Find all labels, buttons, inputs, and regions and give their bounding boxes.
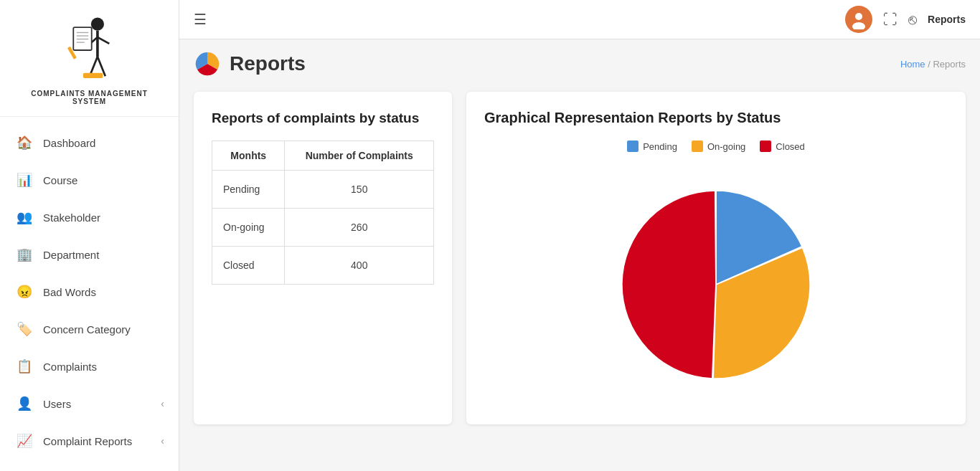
complaint-reports-icon: 📈	[14, 431, 34, 451]
table-cell-count: 150	[285, 170, 434, 208]
svg-point-0	[90, 18, 103, 31]
sidebar-item-label: Complaints	[43, 361, 97, 373]
sidebar-logo-text: COMPLAINTS MANAGEMENTSYSTEM	[31, 90, 148, 105]
table-cell-status: On-going	[212, 208, 285, 246]
content-area: Reports Home / Reports Reports of compla…	[179, 39, 980, 471]
complaints-icon: 📋	[14, 356, 34, 376]
sidebar: COMPLAINTS MANAGEMENTSYSTEM 🏠 Dashboard …	[0, 0, 179, 471]
cards-row: Reports of complaints by status Monhts N…	[194, 92, 966, 424]
legend-dot-closed	[760, 141, 771, 152]
sidebar-item-dashboard[interactable]: 🏠 Dashboard	[0, 124, 179, 161]
table-cell-count: 260	[285, 208, 434, 246]
table-card-title: Reports of complaints by status	[212, 110, 434, 128]
sidebar-item-label: Stakeholder	[43, 211, 100, 224]
page-header: Reports Home / Reports	[194, 50, 966, 77]
concern-category-icon: 🏷️	[14, 319, 34, 339]
breadcrumb: Home / Reports	[900, 59, 966, 70]
sidebar-item-stakeholder[interactable]: 👥 Stakeholder	[0, 199, 179, 236]
sidebar-nav: 🏠 Dashboard 📊 Course 👥 Stakeholder 🏢 Dep…	[0, 117, 179, 467]
table-cell-status: Pending	[212, 170, 285, 208]
pie-slice-2	[622, 191, 716, 379]
sidebar-item-label: Concern Category	[43, 323, 131, 336]
chart-container	[484, 163, 948, 406]
sidebar-item-complaints[interactable]: 📋 Complaints	[0, 348, 179, 385]
breadcrumb-separator: /	[928, 59, 930, 70]
pie-chart	[608, 177, 824, 392]
legend-ongoing: On-going	[692, 141, 745, 152]
svg-point-14	[852, 22, 865, 29]
logout-button[interactable]: ⎋	[908, 11, 917, 28]
hamburger-button[interactable]: ☰	[194, 11, 207, 28]
table-row: Closed 400	[212, 246, 434, 284]
sidebar-item-complaint-reports[interactable]: 📈 Complaint Reports ‹	[0, 422, 179, 460]
fullscreen-button[interactable]: ⛶	[883, 11, 897, 28]
header-right: ⛶ ⎋ Reports	[845, 6, 966, 33]
legend-pending: Pending	[627, 141, 677, 152]
sidebar-item-label: Dashboard	[43, 137, 95, 149]
dashboard-icon: 🏠	[14, 133, 34, 153]
legend-dot-ongoing	[692, 141, 703, 152]
stakeholder-icon: 👥	[14, 207, 34, 227]
breadcrumb-home[interactable]: Home	[900, 59, 925, 70]
legend-label-ongoing: On-going	[707, 141, 745, 152]
legend-closed: Closed	[760, 141, 804, 152]
chevron-icon: ‹	[161, 398, 164, 409]
chart-card-title: Graphical Representaion Reports by Statu…	[484, 110, 948, 126]
table-header-count: Number of Complaints	[285, 141, 434, 170]
reports-nav-label: Reports	[928, 14, 966, 25]
avatar[interactable]	[845, 6, 872, 33]
legend-label-closed: Closed	[776, 141, 804, 152]
sidebar-item-concern-category[interactable]: 🏷️ Concern Category	[0, 310, 179, 348]
legend-dot-pending	[627, 141, 639, 152]
table-row: Pending 150	[212, 170, 434, 208]
table-card: Reports of complaints by status Monhts N…	[194, 92, 452, 424]
table-row: On-going 260	[212, 208, 434, 246]
report-table: Monhts Number of Complaints Pending 150 …	[212, 141, 434, 285]
sidebar-item-label: Course	[43, 174, 77, 186]
bad-words-icon: 😠	[14, 282, 34, 302]
sidebar-item-label: Department	[43, 249, 99, 261]
chart-card: Graphical Representaion Reports by Statu…	[466, 92, 966, 424]
course-icon: 📊	[14, 170, 34, 190]
header-left: ☰	[194, 11, 207, 28]
table-header-status: Monhts	[212, 141, 285, 170]
svg-line-3	[97, 37, 108, 44]
table-cell-status: Closed	[212, 246, 285, 284]
page-title-icon	[194, 50, 221, 77]
sidebar-item-department[interactable]: 🏢 Department	[0, 236, 179, 273]
chevron-icon: ‹	[161, 435, 164, 447]
sidebar-item-users[interactable]: 👤 Users ‹	[0, 385, 179, 422]
sidebar-item-label: Users	[43, 398, 71, 410]
department-icon: 🏢	[14, 244, 34, 265]
table-cell-count: 400	[285, 246, 434, 284]
sidebar-item-label: Bad Words	[43, 286, 96, 298]
page-title-container: Reports	[194, 50, 306, 77]
sidebar-item-label: Complaint Reports	[43, 435, 132, 447]
users-icon: 👤	[14, 394, 34, 414]
logo-figure	[61, 14, 118, 86]
header: ☰ ⛶ ⎋ Reports	[179, 0, 980, 39]
sidebar-item-course[interactable]: 📊 Course	[0, 161, 179, 199]
legend-label-pending: Pending	[643, 141, 677, 152]
sidebar-logo: COMPLAINTS MANAGEMENTSYSTEM	[0, 7, 179, 117]
main-content: ☰ ⛶ ⎋ Reports	[179, 0, 980, 471]
sidebar-item-bad-words[interactable]: 😠 Bad Words	[0, 273, 179, 310]
breadcrumb-current: Reports	[933, 59, 966, 70]
svg-rect-12	[83, 73, 102, 78]
page-title: Reports	[230, 52, 306, 75]
svg-point-13	[855, 13, 862, 20]
chart-legend: Pending On-going Closed	[484, 141, 948, 152]
